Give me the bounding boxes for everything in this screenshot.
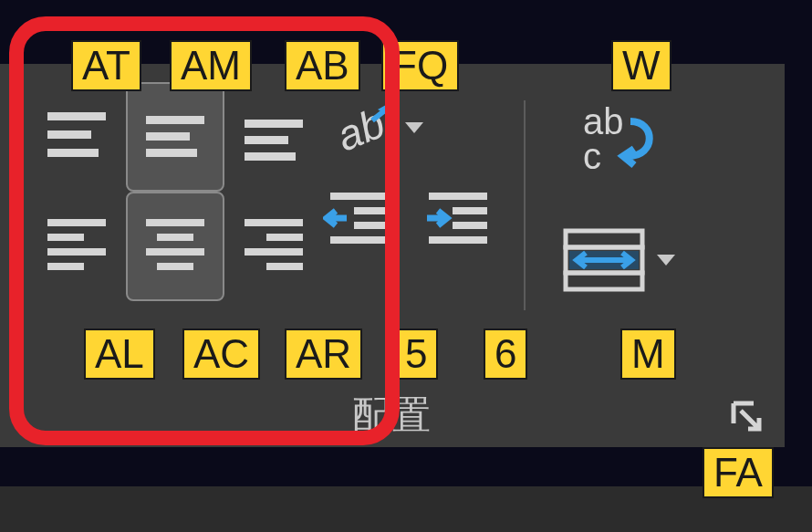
orientation-button[interactable]: ab (332, 82, 423, 173)
align-center-button[interactable] (126, 192, 224, 301)
bottom-bar (0, 486, 812, 532)
align-bottom-button[interactable] (224, 82, 323, 192)
keytip-indent-dec: 5 (394, 329, 438, 380)
svg-rect-17 (245, 219, 303, 226)
svg-rect-33 (566, 231, 642, 247)
dialog-launcher-icon (728, 398, 765, 434)
svg-rect-23 (330, 193, 389, 200)
wrap-text-button[interactable]: ab c (568, 96, 669, 187)
align-bottom-icon (241, 109, 307, 165)
chevron-down-icon (405, 122, 423, 133)
decrease-indent-icon (323, 187, 396, 251)
svg-rect-35 (566, 273, 642, 289)
svg-rect-10 (47, 234, 84, 241)
separator (524, 100, 526, 310)
svg-rect-27 (429, 193, 487, 200)
keytip-merge: M (620, 329, 676, 380)
svg-rect-16 (157, 263, 193, 270)
svg-rect-28 (453, 207, 487, 214)
svg-rect-8 (245, 152, 296, 161)
align-left-button[interactable] (27, 192, 126, 301)
keytip-align-right: AR (285, 329, 362, 380)
align-center-icon (142, 214, 208, 279)
align-middle-icon (142, 109, 208, 165)
svg-rect-14 (157, 234, 193, 241)
svg-rect-5 (146, 149, 197, 157)
keytip-orientation: FQ (381, 40, 459, 91)
svg-rect-24 (354, 207, 389, 214)
svg-rect-25 (354, 222, 389, 229)
svg-rect-20 (266, 263, 303, 270)
svg-rect-1 (47, 130, 91, 139)
keytip-align-left: AL (84, 329, 155, 380)
merge-center-icon (562, 227, 646, 293)
svg-rect-12 (47, 263, 84, 270)
svg-rect-15 (146, 248, 204, 256)
group-label-row: 配置 (0, 383, 785, 447)
align-top-button[interactable] (27, 82, 126, 192)
decrease-indent-button[interactable] (314, 173, 405, 265)
keytip-indent-inc: 6 (484, 329, 527, 380)
keytip-align-middle: AM (170, 40, 252, 91)
svg-rect-6 (245, 120, 303, 128)
svg-text:c: c (583, 136, 601, 176)
alignment-grid (27, 82, 323, 383)
keytip-align-center: AC (182, 329, 260, 380)
svg-rect-4 (146, 132, 190, 141)
chevron-down-icon (657, 255, 675, 266)
svg-rect-11 (47, 248, 106, 256)
svg-rect-13 (146, 219, 204, 226)
increase-indent-button[interactable] (412, 173, 504, 265)
svg-rect-0 (47, 112, 106, 120)
svg-rect-7 (245, 136, 288, 144)
align-right-button[interactable] (224, 192, 323, 301)
indent-group (314, 173, 504, 287)
align-left-icon (44, 214, 109, 279)
wrap-text-icon: ab c (578, 105, 660, 178)
svg-rect-29 (453, 222, 487, 229)
align-right-icon (241, 214, 307, 279)
svg-rect-3 (146, 116, 204, 124)
svg-rect-26 (330, 236, 389, 244)
increase-indent-icon (422, 187, 494, 251)
align-middle-button[interactable] (126, 82, 224, 192)
keytip-launcher: FA (703, 447, 774, 498)
keytip-align-top: AT (71, 40, 141, 91)
svg-rect-18 (266, 234, 303, 241)
svg-rect-30 (429, 236, 487, 244)
align-top-icon (44, 109, 109, 165)
svg-rect-9 (47, 219, 106, 226)
svg-rect-2 (47, 149, 99, 157)
merge-center-button[interactable] (546, 214, 692, 306)
keytip-align-bottom: AB (285, 40, 360, 91)
svg-rect-19 (245, 248, 303, 256)
dialog-launcher-button[interactable] (726, 396, 766, 436)
orientation-icon: ab (332, 97, 396, 159)
keytip-wrap-text: W (611, 40, 671, 91)
alignment-ribbon-group: ab (0, 64, 785, 447)
group-label: 配置 (352, 390, 432, 441)
